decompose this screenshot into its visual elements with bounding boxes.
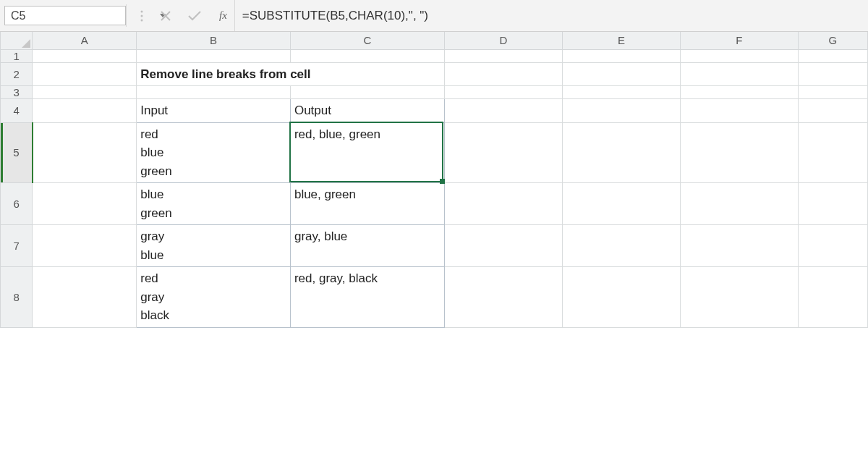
cell[interactable] (444, 225, 562, 267)
select-all-corner[interactable] (1, 32, 33, 49)
spreadsheet-grid[interactable]: A B C D E F G 1 2 Remove line breaks fro… (0, 32, 868, 328)
cell[interactable] (444, 62, 562, 86)
table-cell-input[interactable]: red blue green (137, 122, 291, 183)
page-title[interactable]: Remove line breaks from cell (137, 62, 445, 86)
cell[interactable] (562, 267, 680, 328)
name-box[interactable] (4, 6, 126, 25)
row-header[interactable]: 1 (1, 49, 33, 62)
cancel-icon[interactable] (160, 10, 171, 22)
cell[interactable] (680, 183, 798, 225)
table-cell-input[interactable]: blue green (137, 183, 291, 225)
col-header[interactable]: G (798, 32, 867, 49)
formula-toolbar: fx =SUBSTITUTE(B5,CHAR(10),", ") (0, 0, 868, 32)
cell[interactable] (798, 99, 867, 123)
cell[interactable] (798, 225, 867, 267)
cell[interactable] (444, 49, 562, 62)
table-header-input[interactable]: Input (137, 99, 291, 123)
cell[interactable] (33, 62, 137, 86)
row-header[interactable]: 2 (1, 62, 33, 86)
col-header[interactable]: B (137, 32, 291, 49)
svg-point-1 (141, 14, 143, 17)
cell[interactable] (680, 49, 798, 62)
row-header[interactable]: 8 (1, 267, 33, 328)
col-header[interactable]: E (562, 32, 680, 49)
row-header[interactable]: 3 (1, 86, 33, 99)
cell[interactable] (33, 122, 137, 183)
cell[interactable] (798, 49, 867, 62)
cell[interactable] (290, 49, 444, 62)
cell[interactable] (798, 122, 867, 183)
svg-point-2 (141, 19, 143, 21)
cell[interactable] (680, 267, 798, 328)
formula-buttons (127, 0, 215, 31)
svg-point-0 (141, 10, 143, 12)
cell[interactable] (290, 86, 444, 99)
formula-bar[interactable]: =SUBSTITUTE(B5,CHAR(10),", ") (234, 0, 868, 31)
cell[interactable] (33, 225, 137, 267)
table-cell-input[interactable]: gray blue (137, 225, 291, 267)
cell[interactable] (562, 86, 680, 99)
cell[interactable] (562, 99, 680, 123)
cell[interactable] (444, 183, 562, 225)
cell[interactable] (798, 62, 867, 86)
cell[interactable] (444, 86, 562, 99)
table-cell-output[interactable]: red, blue, green (290, 122, 444, 183)
cell[interactable] (562, 49, 680, 62)
col-header[interactable]: D (444, 32, 562, 49)
cell[interactable] (562, 225, 680, 267)
row-header[interactable]: 4 (1, 99, 33, 123)
table-header-output[interactable]: Output (290, 99, 444, 123)
cell[interactable] (33, 183, 137, 225)
cell[interactable] (680, 225, 798, 267)
cell[interactable] (798, 267, 867, 328)
col-header[interactable]: C (290, 32, 444, 49)
table-cell-output[interactable]: blue, green (290, 183, 444, 225)
more-icon[interactable] (140, 9, 144, 22)
row-header[interactable]: 5 (1, 122, 33, 183)
check-icon[interactable] (187, 10, 202, 22)
cell[interactable] (33, 86, 137, 99)
cell[interactable] (680, 62, 798, 86)
table-cell-output[interactable]: gray, blue (290, 225, 444, 267)
cell[interactable] (137, 49, 291, 62)
formula-text: =SUBSTITUTE(B5,CHAR(10),", ") (242, 9, 428, 23)
col-header[interactable]: F (680, 32, 798, 49)
table-cell-input[interactable]: red gray black (137, 267, 291, 328)
cell[interactable] (33, 49, 137, 62)
cell[interactable] (562, 183, 680, 225)
cell[interactable] (444, 267, 562, 328)
cell[interactable] (798, 183, 867, 225)
cell[interactable] (680, 86, 798, 99)
cell[interactable] (33, 99, 137, 123)
row-header[interactable]: 6 (1, 183, 33, 225)
cell[interactable] (137, 86, 291, 99)
cell[interactable] (680, 122, 798, 183)
cell[interactable] (562, 122, 680, 183)
fx-button[interactable]: fx (215, 0, 234, 31)
cell[interactable] (444, 122, 562, 183)
cell[interactable] (33, 267, 137, 328)
column-headers: A B C D E F G (1, 32, 868, 49)
table-cell-output[interactable]: red, gray, black (290, 267, 444, 328)
cell[interactable] (680, 99, 798, 123)
col-header[interactable]: A (33, 32, 137, 49)
cell[interactable] (798, 86, 867, 99)
cell[interactable] (444, 99, 562, 123)
row-header[interactable]: 7 (1, 225, 33, 267)
fx-icon: fx (219, 9, 227, 22)
cell[interactable] (562, 62, 680, 86)
